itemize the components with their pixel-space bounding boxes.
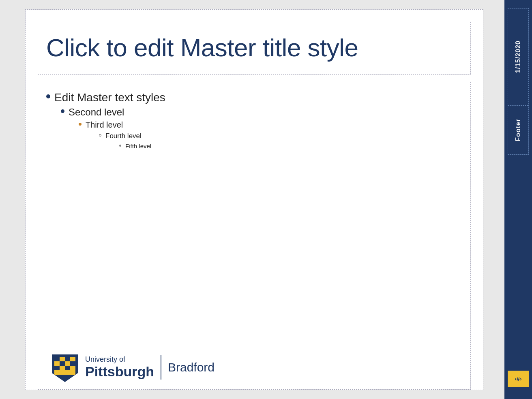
svg-rect-4 [70, 361, 75, 366]
university-text: University of Pittsburgh [85, 355, 154, 379]
logo-area: University of Pittsburgh Bradford [50, 353, 215, 382]
page-number-text: ‹#› [515, 376, 521, 382]
footer-text: Footer [515, 119, 522, 141]
svg-rect-1 [54, 357, 60, 361]
level2-text: Second level [69, 107, 124, 118]
level5-text: Fifth level [125, 143, 151, 149]
svg-rect-6 [65, 366, 70, 370]
date-text: 1/15/2020 [515, 41, 522, 73]
content-box[interactable]: Edit Master text styles Second level Thi… [38, 82, 471, 390]
pittsburgh-label: Pittsburgh [85, 364, 154, 379]
svg-rect-2 [65, 357, 70, 361]
logo-divider [161, 355, 161, 380]
bullet-list: Edit Master text styles Second level Thi… [46, 91, 462, 149]
slide: Click to edit Master title style Edit Ma… [25, 9, 483, 390]
bullet-level2: Second level [46, 107, 462, 118]
level1-text: Edit Master text styles [54, 91, 165, 104]
bullet-level1: Edit Master text styles [46, 91, 462, 104]
sidebar-info-box: 1/15/2020 Footer [508, 8, 529, 155]
bullet-level4: Fourth level [46, 132, 462, 140]
bullet-dot-2 [61, 109, 64, 113]
bullet-level3: Third level [46, 120, 462, 130]
page-number-area: ‹#› [508, 371, 529, 387]
bullet-dot-5 [119, 145, 121, 147]
level3-text: Third level [86, 120, 123, 130]
bradford-label: Bradford [168, 361, 215, 374]
title-box[interactable]: Click to edit Master title style [38, 22, 471, 75]
footer-box: Footer [508, 106, 528, 154]
svg-rect-5 [54, 366, 60, 370]
date-box: 1/15/2020 [508, 9, 528, 106]
bullet-level5: Fifth level [46, 143, 462, 149]
slide-title: Click to edit Master title style [46, 34, 358, 62]
right-sidebar: 1/15/2020 Footer ‹#› [504, 0, 532, 399]
bullet-dot-3 [79, 123, 82, 126]
university-of-label: University of [85, 355, 154, 364]
bullet-dot-1 [46, 94, 50, 98]
bullet-dot-4 [99, 134, 101, 137]
svg-rect-3 [60, 361, 65, 366]
svg-rect-7 [54, 354, 75, 357]
main-area: Click to edit Master title style Edit Ma… [0, 0, 504, 399]
pitt-shield-icon [50, 353, 79, 382]
level4-text: Fourth level [105, 132, 142, 140]
